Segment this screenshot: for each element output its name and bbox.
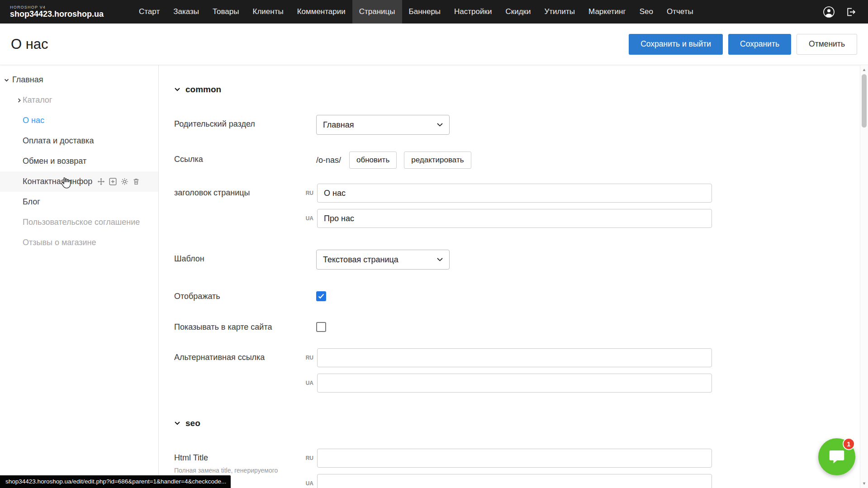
nav-item-utilities[interactable]: Утилиты [538,0,582,24]
scroll-down-arrow[interactable]: ▼ [860,480,868,487]
section-header-common[interactable]: common [174,84,868,95]
chevron-right-icon[interactable] [16,97,22,103]
content-area: Главная Каталог О нас Оплата и доставка … [0,65,868,488]
page-title-ru-input[interactable] [317,184,712,203]
brand-domain: shop34423.horoshop.ua [10,9,132,19]
parent-section-row: Родительский раздел Главная [174,115,868,135]
pages-tree-sidebar: Главная Каталог О нас Оплата и доставка … [0,65,159,488]
page-title-ua-input[interactable] [317,209,712,228]
scroll-up-arrow[interactable]: ▲ [860,66,868,73]
alt-link-label: Альтернативная ссылка [174,348,303,362]
tree-item-obmen[interactable]: Обмен и возврат [0,151,158,171]
chevron-down-icon [174,87,180,92]
chevron-down-icon [437,258,443,261]
brand-version: HOROSHOP V4 [10,5,132,9]
nav-item-settings[interactable]: Настройки [447,0,498,24]
save-button[interactable]: Сохранить [728,34,791,55]
parent-section-label: Родительский раздел [174,115,316,129]
sitemap-checkbox[interactable] [316,322,326,332]
logout-icon[interactable] [845,6,856,18]
nav-item-start[interactable]: Старт [132,0,166,24]
vertical-scrollbar[interactable]: ▲ ▼ [860,65,868,488]
tree-item-kontaktnaya[interactable]: Контактная инфор [0,171,158,192]
nav-item-comments[interactable]: Комментарии [290,0,352,24]
refresh-link-button[interactable]: обновить [349,152,397,169]
lang-tag-ru: RU [303,355,313,361]
html-title-hint: Полная замена title, генерируемого [174,467,303,474]
chevron-down-icon [437,123,443,127]
template-select[interactable]: Текстовая страница [316,250,450,270]
nav-item-orders[interactable]: Заказы [166,0,206,24]
page-edit-form: common Родительский раздел Главная Ссылк… [159,65,868,488]
edit-link-button[interactable]: редактировать [404,152,471,169]
status-link-preview: shop34423.horoshop.ua/edit/edit.php?id=6… [0,475,231,488]
move-icon[interactable] [97,178,105,185]
template-label: Шаблон [174,250,316,264]
add-page-icon[interactable] [109,178,117,185]
lang-tag-ua: UA [303,380,313,386]
tree-item-o-nas[interactable]: О нас [0,110,158,131]
chat-launcher-button[interactable]: 1 [818,438,855,475]
display-row: Отображать [174,291,868,301]
page-title-row: заголовок страницы RU UA [174,184,868,228]
nav-item-marketing[interactable]: Маркетинг [582,0,633,24]
tree-item-otzyvy[interactable]: Отзывы о магазине [0,232,158,253]
chat-bubble-icon [828,449,846,465]
page-title-label: заголовок страницы [174,184,303,198]
alt-link-ua-input[interactable] [317,374,712,393]
nav-item-pages[interactable]: Страницы [352,0,402,24]
sitemap-label: Показывать в карте сайта [174,322,316,332]
tree-item-oplata[interactable]: Оплата и доставка [0,131,158,151]
delete-trash-icon[interactable] [133,178,140,185]
cancel-button[interactable]: Отменить [797,34,857,55]
settings-gear-icon[interactable] [121,178,128,185]
lang-tag-ua: UA [303,215,313,222]
section-header-seo[interactable]: seo [174,418,868,429]
html-title-label: Html Title Полная замена title, генериру… [174,449,303,474]
tree-item-glavnaya[interactable]: Главная [0,70,158,90]
alt-link-ru-input[interactable] [317,348,712,367]
template-row: Шаблон Текстовая страница [174,250,868,270]
sitemap-row: Показывать в карте сайта [174,322,868,332]
nav-item-products[interactable]: Товары [206,0,246,24]
lang-tag-ru: RU [303,455,313,461]
nav-item-seo[interactable]: Seo [633,0,660,24]
parent-section-select[interactable]: Главная [316,115,450,135]
html-title-row: Html Title Полная замена title, генериру… [174,449,868,488]
tree-item-blog[interactable]: Блог [0,192,158,212]
top-nav-menu: Старт Заказы Товары Клиенты Комментарии … [132,0,700,24]
top-nav-bar: HOROSHOP V4 shop34423.horoshop.ua Старт … [0,0,868,24]
lang-tag-ua: UA [303,480,313,487]
save-and-exit-button[interactable]: Сохранить и выйти [629,34,723,55]
page-header: О нас Сохранить и выйти Сохранить Отмени… [0,24,868,65]
lang-tag-ru: RU [303,190,313,196]
tree-item-polzovatelskoe[interactable]: Пользовательское соглашение [0,212,158,232]
html-title-ru-input[interactable] [317,449,712,468]
display-checkbox[interactable] [316,291,326,301]
link-label: Ссылка [174,150,316,164]
nav-item-discounts[interactable]: Скидки [498,0,537,24]
chevron-down-icon[interactable] [4,77,9,83]
alt-link-row: Альтернативная ссылка RU UA [174,348,868,393]
nav-item-clients[interactable]: Клиенты [246,0,290,24]
html-title-ua-input[interactable] [317,474,712,488]
nav-item-reports[interactable]: Отчеты [660,0,700,24]
link-row: Ссылка /o-nas/ обновить редактировать [174,150,868,169]
account-icon[interactable] [823,6,835,18]
display-label: Отображать [174,292,316,301]
tree-item-katalog[interactable]: Каталог [0,90,158,110]
page-title: О нас [11,36,48,52]
nav-item-banners[interactable]: Баннеры [402,0,448,24]
link-path: /o-nas/ [316,156,341,165]
brand-logo[interactable]: HOROSHOP V4 shop34423.horoshop.ua [0,0,132,24]
chat-unread-badge: 1 [843,438,855,450]
scrollbar-thumb[interactable] [862,74,867,128]
chevron-down-icon [174,421,180,426]
